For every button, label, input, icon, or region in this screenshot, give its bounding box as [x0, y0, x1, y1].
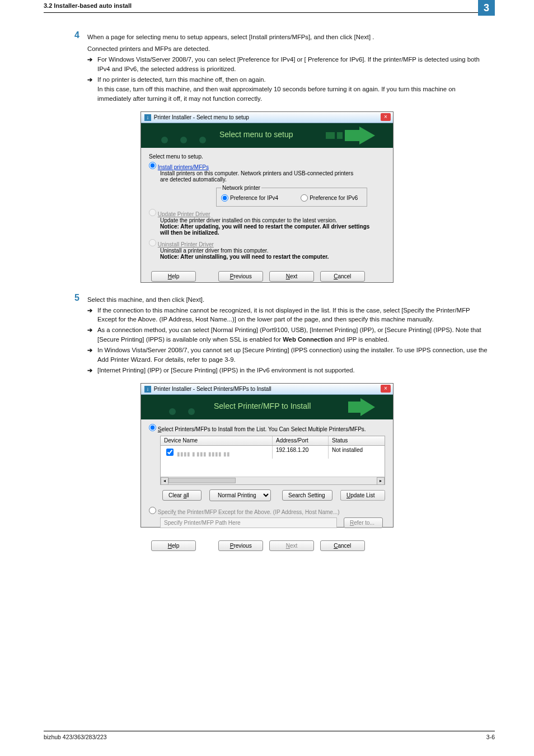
network-printer-group: Network printer Preference for IPv4 Pref… [216, 185, 367, 207]
step-5-text-main: Select this machine, and then click [Nex… [87, 295, 490, 305]
arrow-icon: ➔ [87, 346, 97, 365]
step-4: 4 When a page for selecting menu to setu… [44, 30, 490, 104]
scroll-thumb[interactable] [168, 478, 236, 483]
scroll-right-icon[interactable]: ▸ [377, 477, 385, 485]
header-section-title: 3.2 Installer-based auto install [44, 2, 132, 9]
device-list-header: Device Name Address/Port Status [160, 436, 385, 446]
radio-ipv6[interactable]: Preference for IPv6 [301, 194, 358, 202]
arrow-icon [326, 127, 376, 144]
step-5-sub-4: [Internet Printing] (IPP) or [Secure Pri… [97, 366, 490, 375]
close-icon[interactable]: × [381, 385, 391, 393]
app-icon: ↓ [144, 386, 151, 393]
clear-all-button[interactable]: Clear all [162, 490, 202, 501]
table-row[interactable]: ▮▮▮▮ ▮ ▮▮▮ ▮▮▮▮ ▮▮ 192.168.1.20 Not inst… [161, 446, 385, 459]
radio-specify-path[interactable]: Specify the Printer/MFP Except for the A… [149, 509, 340, 515]
arrow-icon: ➔ [87, 75, 97, 104]
device-checkbox[interactable] [166, 449, 174, 456]
previous-button[interactable]: Previous [218, 271, 263, 282]
radio-ipv4[interactable]: Preference for IPv4 [221, 194, 278, 202]
refer-to-button[interactable]: Refer to... [344, 517, 383, 528]
next-button[interactable]: Next [269, 271, 314, 282]
update-list-button[interactable]: Update List [340, 490, 385, 501]
radio-uninstall-driver[interactable]: Uninstall Printer Driver [149, 241, 214, 248]
page-footer: bizhub 423/363/283/223 3-6 [44, 731, 495, 740]
wizard-banner-title: Select menu to setup [219, 130, 293, 139]
device-list[interactable]: ▮▮▮▮ ▮ ▮▮▮ ▮▮▮▮ ▮▮ 192.168.1.20 Not inst… [160, 446, 385, 485]
window-titlebar: ↓ Printer Installer - Select menu to set… [141, 112, 393, 123]
wizard-subhead: Select menu to setup. [149, 153, 385, 160]
close-icon[interactable]: × [381, 113, 391, 121]
previous-button[interactable]: Previous [218, 540, 263, 551]
next-button[interactable]: Next [269, 540, 314, 551]
step-4-sub-2a: If no printer is detected, turn this mac… [97, 75, 490, 85]
step-5-sub-1: If the connection to this machine cannot… [97, 306, 490, 325]
radio-uninstall-desc1: Uninstall a printer driver from this com… [160, 248, 373, 254]
wizard-banner: Select menu to setup [141, 123, 393, 148]
search-setting-button[interactable]: Search Setting [282, 490, 332, 501]
radio-install-desc: Install printers on this computer. Netwo… [160, 170, 362, 183]
radio-install[interactable]: Install printers/MFPs [149, 164, 209, 170]
help-button[interactable]: Help [151, 271, 196, 282]
horizontal-scrollbar[interactable]: ◂ ▸ [161, 477, 385, 484]
device-status: Not installed [329, 446, 385, 459]
screenshot-select-printer: ↓ Printer Installer - Select Printers/MF… [140, 383, 394, 528]
step-5-sub-2: As a connection method, you can select [… [97, 325, 490, 344]
step-5-sub-3: In Windows Vista/Server 2008/7, you cann… [97, 346, 490, 365]
radio-select-from-list[interactable]: Select Printers/MFPs to Install from the… [149, 426, 366, 432]
app-icon: ↓ [144, 114, 151, 121]
arrow-icon: ➔ [87, 366, 97, 375]
scroll-left-icon[interactable]: ◂ [161, 477, 168, 485]
wizard-banner-title: Select Printer/MFP to Install [214, 402, 311, 410]
network-printer-legend: Network printer [221, 185, 261, 191]
screenshot-select-menu: ↓ Printer Installer - Select menu to set… [140, 111, 394, 283]
step-5: 5 Select this machine, and then click [N… [44, 293, 490, 376]
window-titlebar: ↓ Printer Installer - Select Printers/MF… [141, 384, 393, 395]
header-chapter-number: 3 [478, 0, 495, 16]
col-status[interactable]: Status [329, 436, 385, 445]
window-title: Printer Installer - Select menu to setup [154, 114, 249, 120]
cancel-button[interactable]: Cancel [320, 271, 365, 282]
step-5-number: 5 [44, 293, 87, 376]
footer-model: bizhub 423/363/283/223 [44, 734, 107, 740]
wizard-banner: Select Printer/MFP to Install [141, 395, 393, 419]
window-title: Printer Installer - Select Printers/MFPs… [154, 386, 271, 392]
help-button[interactable]: Help [151, 540, 196, 551]
step-4-sub-2b: In this case, turn off this machine, and… [97, 85, 490, 104]
arrow-icon: ➔ [87, 325, 97, 344]
step-4-number: 4 [44, 30, 87, 104]
col-address[interactable]: Address/Port [273, 436, 329, 445]
path-input[interactable]: Specify Printer/MFP Path Here [160, 517, 337, 528]
radio-update-desc2: Notice: After updating, you will need to… [160, 223, 373, 236]
step-4-sub-1: For Windows Vista/Server 2008/7, you can… [97, 55, 490, 74]
device-address: 192.168.1.20 [273, 446, 329, 459]
radio-update-desc1: Update the printer driver installed on t… [160, 217, 373, 223]
arrow-icon [337, 398, 376, 416]
step-4-text-2: Connected printers and MFPs are detected… [87, 44, 490, 54]
page-header: 3.2 Installer-based auto install 3 [0, 0, 534, 16]
radio-update-driver[interactable]: Update Printer Driver [149, 211, 210, 217]
printing-mode-select[interactable]: Normal Printing [209, 489, 271, 501]
step-4-text-main: When a page for selecting menu to setup … [87, 32, 490, 42]
cancel-button[interactable]: Cancel [320, 540, 365, 551]
arrow-icon: ➔ [87, 55, 97, 74]
radio-uninstall-desc2: Notice: After uninstalling, you will nee… [160, 254, 373, 260]
header-rule [44, 12, 495, 13]
footer-page: 3-6 [486, 734, 495, 740]
arrow-icon: ➔ [87, 306, 97, 325]
col-device-name[interactable]: Device Name [161, 436, 273, 445]
